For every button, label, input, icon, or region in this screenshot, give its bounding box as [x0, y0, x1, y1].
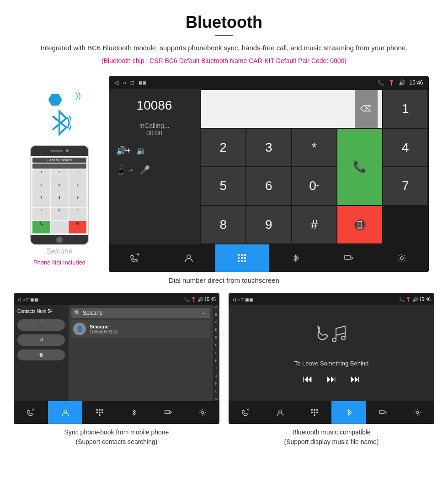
music-nav-contacts[interactable]: [263, 401, 297, 424]
pb-avatar: 👤: [73, 323, 86, 335]
car-dialpad: ⌫ 1 2 3 * 📞 4 5 6 0+ 7 8 9 # 📵: [200, 89, 429, 244]
car-nav-transfer[interactable]: [322, 244, 375, 272]
bottom-screenshots: ◁ ○ □ ▦▦ 📞 📍 🔊 15:45 Contacts Num:54 📞 ↺…: [0, 293, 448, 447]
svg-rect-17: [99, 412, 100, 413]
pb-nav-calls[interactable]: [14, 401, 48, 424]
transfer-call-icon[interactable]: 📱→: [116, 165, 134, 175]
pb-delete-btn[interactable]: 🗑: [17, 349, 65, 360]
title-divider: [215, 35, 233, 36]
svg-rect-1: [238, 254, 240, 256]
svg-rect-30: [316, 412, 318, 413]
phone-key-hash: #: [69, 208, 86, 220]
car-nav-contacts[interactable]: [162, 244, 215, 272]
phonebook-wrap: ◁ ○ □ ▦▦ 📞 📍 🔊 15:45 Contacts Num:54 📞 ↺…: [14, 293, 219, 447]
car-calling-text: InCalling...: [116, 122, 193, 129]
car-nav-settings[interactable]: [375, 244, 429, 272]
svg-point-33: [416, 412, 418, 414]
dial-key-1[interactable]: 1: [383, 90, 428, 128]
phonebook-screen: ◁ ○ □ ▦▦ 📞 📍 🔊 15:45 Contacts Num:54 📞 ↺…: [14, 293, 219, 424]
pb-nav-bluetooth[interactable]: [117, 401, 151, 424]
pb-sync-btn[interactable]: ↺: [17, 334, 65, 346]
pb-search-back-icon: ←: [202, 310, 208, 316]
music-nav-dialpad[interactable]: [297, 401, 331, 424]
dial-input-row: ⌫: [201, 90, 382, 128]
svg-rect-20: [165, 410, 169, 413]
pb-letter-f: F: [215, 344, 217, 347]
car-main-area: 10086 InCalling... 00:00 🔊+ 🔉 📱→ 🎤: [109, 89, 429, 244]
music-nav-bluetooth[interactable]: [331, 401, 366, 424]
svg-rect-6: [244, 257, 246, 259]
svg-point-11: [400, 257, 403, 259]
volume-down-icon[interactable]: 🔉: [136, 146, 146, 156]
dial-key-3[interactable]: 3: [246, 129, 291, 167]
dial-key-7[interactable]: 7: [383, 167, 428, 205]
music-wrap: ◁ ○ □ ▦▦ 📞 📍 🔊 15:46 To Leave Something …: [229, 293, 434, 447]
car-nav-dialpad[interactable]: [215, 244, 269, 272]
phone-contact-btn-1: 📞: [32, 164, 86, 169]
music-status-bar: ◁ ○ □ ▦▦ 📞 📍 🔊 15:46: [229, 293, 434, 305]
pb-letter-a: A: [215, 305, 218, 309]
phone-numpad: 1 2 3 4 5 6 7 8 9 * 0 # 📞 📵: [32, 169, 86, 233]
car-calling-time: 00:00: [116, 129, 193, 137]
phone-top-bar: [31, 146, 88, 156]
phone-key-0: 0: [51, 208, 69, 220]
svg-point-0: [187, 255, 191, 259]
dial-backspace-button[interactable]: ⌫: [355, 90, 378, 128]
dial-key-6[interactable]: 6: [246, 167, 291, 205]
pb-left-panel: Contacts Num:54 📞 ↺ 🗑: [14, 305, 69, 401]
music-prev-button[interactable]: ⏮: [303, 373, 313, 385]
svg-rect-31: [314, 414, 315, 416]
car-volume-row: 🔊+ 🔉: [116, 146, 193, 156]
signal-icon: ▦▦: [139, 80, 147, 85]
pb-letter-g: G: [215, 351, 217, 355]
music-nav-settings[interactable]: [400, 401, 434, 424]
pb-contact-item: 👤 Seicane 10655059113: [71, 320, 210, 338]
phone-side: ⬣ )) + Add to Contacts 📞 1: [20, 76, 100, 266]
phone-key-9: 9: [69, 195, 86, 207]
volume-up-icon[interactable]: 🔊+: [116, 146, 131, 156]
pb-nav-dialpad[interactable]: [82, 401, 117, 424]
car-nav-bar: [109, 244, 429, 272]
dial-key-0plus[interactable]: 0+: [292, 167, 337, 205]
car-status-right: 📞 📍 🔊 15:46: [378, 79, 423, 86]
svg-rect-3: [244, 254, 246, 256]
pb-letter-m: M: [215, 397, 218, 401]
pb-nav-contacts[interactable]: [48, 401, 82, 424]
microphone-icon[interactable]: 🎤: [140, 165, 150, 175]
dial-key-9[interactable]: 9: [246, 206, 291, 244]
music-nav-transfer[interactable]: [366, 401, 400, 424]
pb-nav-settings[interactable]: [185, 401, 219, 424]
music-screen: ◁ ○ □ ▦▦ 📞 📍 🔊 15:46 To Leave Something …: [229, 293, 434, 424]
svg-rect-13: [96, 409, 97, 411]
music-play-button[interactable]: ⏭: [326, 373, 336, 385]
dial-key-8[interactable]: 8: [201, 206, 246, 244]
pb-nav-transfer[interactable]: [151, 401, 185, 424]
phone-mockup: + Add to Contacts 📞 1 2 3 4 5 6 7 8 9 * …: [30, 145, 89, 245]
svg-rect-14: [99, 409, 100, 411]
music-nav-calls[interactable]: [229, 401, 263, 424]
car-nav-bluetooth[interactable]: [269, 244, 322, 272]
main-screenshot-row: ⬣ )) + Add to Contacts 📞 1: [0, 76, 448, 272]
phone-contacts-row: 📞: [32, 164, 86, 169]
dial-key-hash[interactable]: #: [292, 206, 337, 244]
car-nav-calls[interactable]: [109, 244, 162, 272]
dial-key-5[interactable]: 5: [201, 167, 246, 205]
pb-status-right: 📞 📍 🔊 15:45: [184, 297, 216, 302]
svg-point-12: [64, 410, 67, 413]
phone-not-included-label: Phone Not Included: [33, 259, 85, 266]
pb-letter-k: K: [215, 382, 218, 386]
dial-key-star[interactable]: *: [292, 129, 337, 167]
pb-letter-l: L: [215, 390, 217, 393]
car-head-unit-screen: ◁ ○ □ ▦▦ 📞 📍 🔊 15:46 10086 InCalling... …: [109, 76, 429, 272]
pb-call-btn[interactable]: 📞: [17, 319, 65, 331]
music-next-button[interactable]: ⏭: [350, 373, 360, 385]
phone-key-call: 📞: [32, 221, 50, 233]
phone-key-2: 2: [51, 169, 69, 182]
svg-rect-27: [316, 409, 318, 411]
dial-end-button[interactable]: 📵: [337, 206, 382, 244]
dial-key-2[interactable]: 2: [201, 129, 246, 167]
car-action-row: 📱→ 🎤: [116, 165, 193, 175]
dial-key-4[interactable]: 4: [383, 129, 428, 167]
dial-call-button[interactable]: 📞: [337, 129, 382, 205]
pb-main: Contacts Num:54 📞 ↺ 🗑 🔍 Seicane ← 👤 Seic: [14, 305, 219, 401]
